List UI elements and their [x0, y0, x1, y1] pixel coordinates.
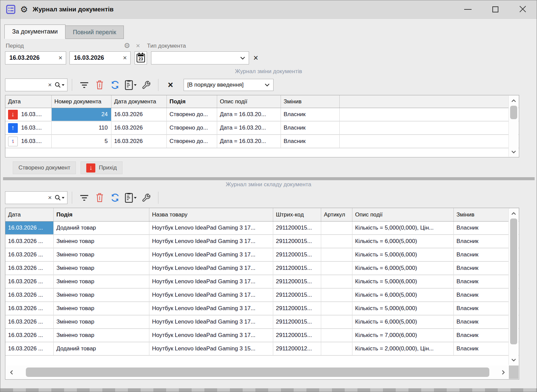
- table-row[interactable]: 16.03.2026 ...Змінено товарНоутбук Lenov…: [5, 248, 519, 262]
- period-settings-gear-icon[interactable]: ⚙: [124, 42, 130, 49]
- cell-event-details[interactable]: Дата = 16.03.20...: [217, 108, 281, 121]
- cell-changed-by[interactable]: Власник: [454, 342, 509, 355]
- cell-event-details[interactable]: Кількість = 5,000(6,000): [352, 248, 454, 261]
- table-row[interactable]: 16.03.2026 ...Змінено товарНоутбук Lenov…: [5, 235, 519, 248]
- minimize-button[interactable]: [454, 0, 482, 18]
- column-header[interactable]: Номер документа: [52, 95, 111, 108]
- column-header[interactable]: Штрих-код: [273, 208, 321, 221]
- search-clear-icon[interactable]: ×: [48, 194, 52, 201]
- column-header[interactable]: Змінив: [454, 208, 509, 221]
- cell-event-details[interactable]: Кількість = 5,000(6,000): [352, 275, 454, 288]
- cell-event[interactable]: Змінено товар: [54, 275, 149, 288]
- calendar-button[interactable]: 23: [135, 51, 147, 64]
- cell-date[interactable]: ↓16.03....: [5, 108, 52, 121]
- close-button[interactable]: [509, 0, 537, 18]
- cell-document-date[interactable]: 16.03.2026: [111, 121, 167, 134]
- cell-product-name[interactable]: Ноутбук Lenovo IdeaPad Gaming 3 17...: [149, 222, 273, 234]
- table-row[interactable]: 16.03.2026 ...Доданий товарНоутбук Lenov…: [5, 342, 519, 356]
- cell-barcode[interactable]: 2911200015...: [273, 222, 321, 234]
- cell-changed-by[interactable]: Власник: [454, 315, 509, 328]
- cell-date[interactable]: 16.03.2026 ...: [5, 275, 54, 288]
- cell-product-name[interactable]: Ноутбук Lenovo IdeaPad Gaming 3 17...: [149, 315, 273, 328]
- table-row[interactable]: 16.03.2026 ...Змінено товарНоутбук Lenov…: [5, 262, 519, 275]
- cell-article[interactable]: [321, 315, 352, 328]
- date-from-input[interactable]: [5, 54, 50, 62]
- cell-changed-by[interactable]: Власник: [281, 135, 340, 148]
- cell-barcode[interactable]: 2911200015...: [273, 275, 321, 288]
- column-header[interactable]: Артикул: [321, 208, 352, 221]
- legend-created-document[interactable]: Створено документ: [13, 161, 76, 174]
- cell-changed-by[interactable]: Власник: [281, 121, 340, 134]
- filter-button[interactable]: [78, 192, 90, 204]
- cell-changed-by[interactable]: Власник: [454, 248, 509, 261]
- date-to-clear-icon[interactable]: ×: [123, 54, 127, 62]
- scroll-right-icon[interactable]: [497, 370, 509, 375]
- cell-product-name[interactable]: Ноутбук Lenovo IdeaPad Gaming 3 17...: [149, 235, 273, 248]
- cell-event-details[interactable]: Кількість = 6,000(5,000): [352, 235, 454, 248]
- cell-changed-by[interactable]: Власник: [454, 235, 509, 248]
- search-icon[interactable]: [54, 82, 64, 88]
- cell-date[interactable]: 16.03.2026 ...: [5, 342, 54, 355]
- column-header[interactable]: Змінив: [281, 95, 340, 108]
- cell-date[interactable]: 16.03.2026 ...: [5, 302, 54, 315]
- column-header[interactable]: Подія: [167, 95, 217, 108]
- cell-event-details[interactable]: Кількість = 6,000(5,000): [352, 315, 454, 328]
- cell-date[interactable]: ↑↓16.03....: [5, 135, 52, 148]
- column-header[interactable]: Опис події: [217, 95, 281, 108]
- cell-article[interactable]: [321, 275, 352, 288]
- column-header[interactable]: Опис події: [352, 208, 454, 221]
- composition-search-input[interactable]: [5, 194, 48, 201]
- panel-splitter[interactable]: [3, 177, 535, 180]
- cell-barcode[interactable]: 2911200015...: [273, 315, 321, 328]
- table-row[interactable]: ↑↓16.03....516.03.2026Створено до...Дата…: [5, 135, 519, 148]
- table-row[interactable]: ↑16.03....11016.03.2026Створено до...Дат…: [5, 121, 519, 135]
- documents-search-field[interactable]: ×: [5, 79, 67, 91]
- search-icon[interactable]: [54, 194, 64, 201]
- cell-event-details[interactable]: Кількість = 6,000(5,000): [352, 262, 454, 275]
- doc-type-clear-button[interactable]: ×: [249, 51, 262, 64]
- cell-date[interactable]: 16.03.2026 ...: [5, 315, 54, 328]
- cell-event[interactable]: Змінено товар: [54, 289, 149, 301]
- cell-barcode[interactable]: 2911200015...: [273, 262, 321, 275]
- table-row[interactable]: 16.03.2026 ...Змінено товарНоутбук Lenov…: [5, 315, 519, 329]
- refresh-button[interactable]: [109, 192, 121, 204]
- date-from-clear-icon[interactable]: ×: [58, 54, 62, 62]
- cell-document-date[interactable]: 16.03.2026: [111, 108, 167, 121]
- cell-event[interactable]: Доданий товар: [54, 222, 149, 234]
- maximize-button[interactable]: [482, 0, 509, 18]
- cell-product-name[interactable]: Ноутбук Lenovo IdeaPad Gaming 3 17...: [149, 275, 273, 288]
- cell-document-date[interactable]: 16.03.2026: [111, 135, 167, 148]
- close-panel-button[interactable]: ×: [164, 79, 177, 91]
- cell-changed-by[interactable]: Власник: [454, 302, 509, 315]
- cell-event[interactable]: Змінено товар: [54, 315, 149, 328]
- column-header[interactable]: Дата: [5, 95, 52, 108]
- table-row[interactable]: 16.03.2026 ...Доданий товарНоутбук Lenov…: [5, 222, 519, 235]
- cell-changed-by[interactable]: Власник: [281, 108, 340, 121]
- cell-date[interactable]: ↑16.03....: [5, 121, 52, 134]
- cell-product-name[interactable]: Ноутбук Lenovo IdeaPad Gaming 3 17...: [149, 302, 273, 315]
- cell-changed-by[interactable]: Власник: [454, 262, 509, 275]
- cell-date[interactable]: 16.03.2026 ...: [5, 262, 54, 275]
- column-header[interactable]: Дата документа: [111, 95, 167, 108]
- cell-date[interactable]: 16.03.2026 ...: [5, 329, 54, 342]
- documents-search-input[interactable]: [5, 81, 48, 89]
- column-header[interactable]: Назва товару: [149, 208, 273, 221]
- date-from-field[interactable]: ×: [5, 51, 66, 64]
- legend-income[interactable]: ↓ Прихід: [81, 161, 122, 174]
- date-to-input[interactable]: [70, 54, 114, 62]
- cell-article[interactable]: [321, 222, 352, 234]
- cell-article[interactable]: [321, 248, 352, 261]
- cell-event-details[interactable]: Кількість = 5,000(0,000), Цін...: [352, 222, 454, 234]
- cell-date[interactable]: 16.03.2026 ...: [5, 222, 54, 234]
- scrollbar-thumb[interactable]: [510, 106, 517, 119]
- scroll-up-icon[interactable]: [509, 210, 519, 217]
- cell-event-details[interactable]: Кількість = 2,000(0,000), Цін...: [352, 342, 454, 355]
- table-row[interactable]: 16.03.2026 ...Змінено товарНоутбук Lenov…: [5, 302, 519, 315]
- cell-product-name[interactable]: Ноутбук Lenovo IdeaPad Gaming 3 17...: [149, 329, 273, 342]
- cell-barcode[interactable]: 2911200015...: [273, 235, 321, 248]
- cell-document-number[interactable]: 24: [52, 108, 111, 121]
- cell-event-details[interactable]: Кількість = 7,000(6,000): [352, 329, 454, 342]
- delete-button[interactable]: [94, 192, 106, 204]
- service-button[interactable]: [140, 192, 152, 204]
- date-to-field[interactable]: ×: [69, 51, 131, 64]
